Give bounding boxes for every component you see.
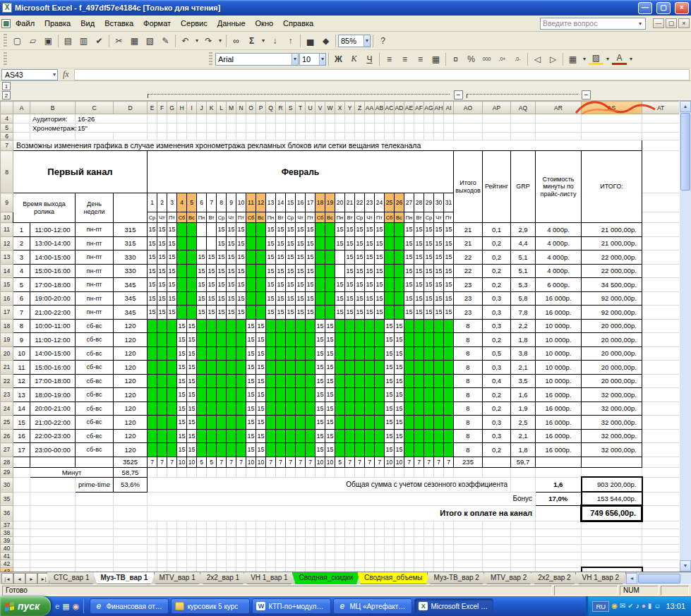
schedule-cell-day-11[interactable] xyxy=(246,264,256,278)
dayname-header-1[interactable]: Ср xyxy=(148,212,157,223)
sheet-cell[interactable] xyxy=(276,560,286,567)
sheet-cell[interactable] xyxy=(325,567,335,572)
row-header-43[interactable]: 43 xyxy=(1,567,13,572)
sheet-cell[interactable] xyxy=(325,544,335,552)
grp-cell[interactable]: 5,1 xyxy=(511,250,536,265)
sheet-cell[interactable] xyxy=(197,560,207,567)
row-total-cell[interactable]: 20 000,00р. xyxy=(582,361,642,375)
sheet-cell[interactable] xyxy=(167,123,177,133)
sheet-cell[interactable] xyxy=(266,529,276,536)
sheet-cell[interactable] xyxy=(266,567,276,572)
schedule-cell-day-23[interactable] xyxy=(365,416,375,430)
sheet-cell[interactable] xyxy=(642,193,680,212)
schedule-cell-day-8[interactable] xyxy=(217,388,227,402)
schedule-cell-day-30[interactable] xyxy=(434,443,444,457)
dayname-header-23[interactable]: Чт xyxy=(365,212,375,223)
sheet-cell[interactable] xyxy=(444,544,454,552)
schedule-cell-day-10[interactable]: 15 xyxy=(236,236,246,250)
sheet-cell[interactable] xyxy=(167,544,177,552)
sheet-cell[interactable] xyxy=(414,536,424,544)
day-header-12[interactable]: 12 xyxy=(256,193,266,212)
spot-number-cell[interactable]: 13 xyxy=(13,388,30,402)
schedule-cell-day-20[interactable] xyxy=(335,429,345,443)
sheet-cell[interactable] xyxy=(227,133,236,140)
sheet-cell[interactable] xyxy=(217,529,227,536)
sheet-cell[interactable] xyxy=(167,567,177,572)
schedule-cell-day-22[interactable]: 15 xyxy=(355,223,365,237)
time-slot-cell[interactable]: 11:00-12:00 xyxy=(30,223,76,237)
sheet-cell[interactable] xyxy=(296,467,306,477)
schedule-cell-day-31[interactable] xyxy=(444,429,454,443)
sheet-cell[interactable] xyxy=(642,319,680,333)
weekday-type-cell[interactable]: сб-вс xyxy=(76,401,114,416)
schedule-cell-day-4[interactable]: 15 xyxy=(177,401,187,416)
sheet-cell[interactable] xyxy=(76,544,114,552)
sheet-cell[interactable] xyxy=(246,544,256,552)
sheet-cell[interactable] xyxy=(187,123,197,133)
schedule-cell-day-26[interactable]: 15 xyxy=(395,333,404,347)
schedule-cell-day-9[interactable] xyxy=(227,429,236,443)
schedule-cell-day-11[interactable]: 15 xyxy=(246,401,256,416)
schedule-cell-day-30[interactable] xyxy=(434,361,444,375)
sheet-cell[interactable] xyxy=(335,536,345,544)
schedule-cell-day-31[interactable] xyxy=(444,333,454,347)
column-header-AA[interactable]: AA xyxy=(365,102,375,114)
spot-number-cell[interactable]: 3 xyxy=(13,250,30,265)
sheet-cell[interactable] xyxy=(454,521,483,529)
sheet-cell[interactable] xyxy=(114,552,148,560)
sheet-cell[interactable] xyxy=(197,114,207,123)
minimize-button[interactable]: — xyxy=(638,2,652,14)
sheet-tab-2[interactable]: MTV_вар 1 xyxy=(152,572,202,584)
sheet-cell[interactable] xyxy=(256,544,266,552)
schedule-cell-day-8[interactable]: 15 xyxy=(217,306,227,320)
spot-number-cell[interactable]: 17 xyxy=(13,443,30,457)
sheet-cell[interactable] xyxy=(434,123,444,133)
schedule-cell-day-23[interactable] xyxy=(365,388,375,402)
sheet-cell[interactable] xyxy=(325,536,335,544)
schedule-cell-day-29[interactable] xyxy=(424,374,434,388)
schedule-cell-day-3[interactable] xyxy=(167,429,177,443)
sheet-cell[interactable] xyxy=(148,529,157,536)
new-button[interactable]: ▢ xyxy=(10,34,25,48)
column-header-O[interactable]: O xyxy=(246,102,256,114)
schedule-cell-day-17[interactable] xyxy=(306,361,316,375)
schedule-cell-day-21[interactable]: 15 xyxy=(345,236,355,250)
schedule-cell-day-18[interactable]: 15 xyxy=(316,429,325,443)
schedule-cell-day-11[interactable]: 15 xyxy=(246,374,256,388)
sheet-cell[interactable] xyxy=(187,133,197,140)
schedule-cell-day-27[interactable]: 15 xyxy=(404,250,414,265)
schedule-cell-day-22[interactable]: 15 xyxy=(355,291,365,306)
row-header-8[interactable]: 8 xyxy=(1,151,13,193)
schedule-cell-day-10[interactable]: 15 xyxy=(236,306,246,320)
schedule-cell-day-21[interactable] xyxy=(345,401,355,416)
schedule-cell-day-7[interactable]: 15 xyxy=(207,291,217,306)
schedule-cell-day-6[interactable] xyxy=(197,401,207,416)
day-total-cell-12[interactable]: 10 xyxy=(256,457,266,467)
save-button[interactable]: ▣ xyxy=(41,34,56,48)
schedule-cell-day-27[interactable] xyxy=(404,416,414,430)
sheet-cell[interactable] xyxy=(316,114,325,123)
sheet-cell[interactable] xyxy=(414,552,424,560)
schedule-cell-day-29[interactable] xyxy=(424,401,434,416)
merge-center-button[interactable]: ▦ xyxy=(428,52,443,66)
sheet-cell[interactable] xyxy=(167,552,177,560)
schedule-cell-day-20[interactable] xyxy=(335,250,345,265)
schedule-cell-day-21[interactable] xyxy=(345,361,355,375)
schedule-cell-day-9[interactable]: 15 xyxy=(227,306,236,320)
schedule-cell-day-4[interactable]: 15 xyxy=(177,361,187,375)
column-header-V[interactable]: V xyxy=(316,102,325,114)
schedule-cell-day-26[interactable]: 15 xyxy=(395,319,404,333)
sheet-cell[interactable] xyxy=(207,123,217,133)
schedule-cell-day-3[interactable] xyxy=(167,388,177,402)
spot-number-cell[interactable]: 6 xyxy=(13,291,30,306)
schedule-cell-day-25[interactable] xyxy=(385,250,395,265)
schedule-cell-day-29[interactable]: 15 xyxy=(424,291,434,306)
rating-cell[interactable]: 0,3 xyxy=(483,416,511,430)
menu-item-2[interactable]: Вид xyxy=(76,17,100,30)
price-cell[interactable]: 16 000р. xyxy=(536,291,582,306)
sheet-cell[interactable] xyxy=(167,133,177,140)
schedule-cell-day-10[interactable] xyxy=(236,333,246,347)
schedule-cell-day-16[interactable] xyxy=(296,416,306,430)
sheet-cell[interactable] xyxy=(365,467,375,477)
sheet-cell[interactable] xyxy=(375,521,385,529)
